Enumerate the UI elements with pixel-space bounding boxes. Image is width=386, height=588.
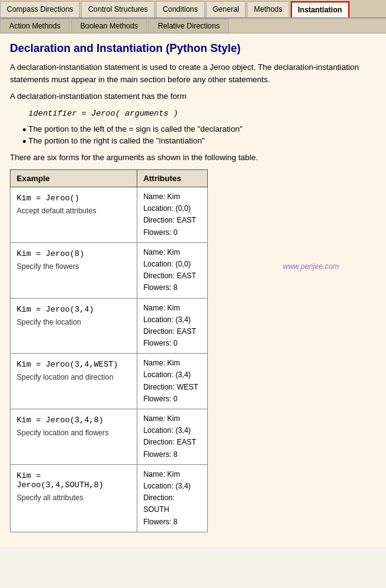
tab-general[interactable]: General (206, 1, 246, 17)
table-row-attr-0: Name: Kim Location: (0,0) Direction: EAS… (137, 187, 207, 243)
table-row-attr-4: Name: Kim Location: (3,4) Direction: EAS… (137, 409, 207, 465)
table-row-example-2: Kim = Jeroo(3,4)Specify the location (11, 298, 137, 354)
table-wrapper: Example Attributes Kim = Jeroo()Accept d… (10, 169, 376, 532)
bullet-item-instantiation: The portion to the right is called the "… (22, 136, 376, 145)
tab-conditions[interactable]: Conditions (156, 1, 205, 17)
intro-paragraph-2: A declaration-instantiation statement ha… (10, 90, 376, 103)
table-row-attr-2: Name: Kim Location: (3,4) Direction: EAS… (137, 298, 207, 354)
intro-paragraph-1: A declaration-instantiation statement is… (10, 61, 376, 85)
tab-compass-directions[interactable]: Compass Directions (0, 1, 80, 17)
intro-paragraph-3: There are six forms for the arguments as… (10, 151, 376, 164)
bullet-list: The portion to the left of the = sign is… (22, 124, 376, 145)
table-row-example-3: Kim = Jeroo(3,4,WEST)Specify location an… (11, 354, 137, 409)
tab-boolean-methods[interactable]: Boolean Methods (71, 19, 147, 33)
code-form: identifier = Jeroo( arguments ) (28, 109, 376, 118)
tab-action-methods[interactable]: Action Methods (0, 19, 70, 33)
tab-relative-directions[interactable]: Relative Directions (148, 19, 229, 33)
watermark: www.penjee.com (283, 262, 339, 271)
table-row-attr-1: Name: Kim Location: (0,0) Direction: EAS… (137, 242, 207, 298)
bullet-item-declaration: The portion to the left of the = sign is… (22, 124, 376, 134)
table-row-example-4: Kim = Jeroo(3,4,8)Specify location and f… (11, 409, 137, 465)
col-header-attributes: Attributes (137, 170, 207, 187)
main-content: Declaration and Instantiation (Python St… (0, 33, 386, 547)
tab-methods[interactable]: Methods (247, 1, 289, 17)
page-title: Declaration and Instantiation (Python St… (10, 42, 376, 55)
table-row-attr-3: Name: Kim Location: (3,4) Direction: WES… (137, 354, 207, 409)
table-row-example-5: Kim = Jeroo(3,4,SOUTH,8)Specify all attr… (11, 464, 137, 532)
table-row-example-1: Kim = Jeroo(8)Specify the flowers (11, 242, 137, 298)
table-row-attr-5: Name: Kim Location: (3,4) Direction: SOU… (137, 464, 207, 532)
tab-instantiation[interactable]: Instantiation (291, 1, 350, 17)
top-tab-bar: Compass Directions Control Structures Co… (0, 0, 386, 19)
example-table: Example Attributes Kim = Jeroo()Accept d… (10, 169, 208, 532)
tab-control-structures[interactable]: Control Structures (81, 1, 155, 17)
sub-tab-bar: Action Methods Boolean Methods Relative … (0, 19, 386, 33)
table-row-example-0: Kim = Jeroo()Accept default attributes (11, 187, 137, 243)
col-header-example: Example (11, 170, 137, 187)
